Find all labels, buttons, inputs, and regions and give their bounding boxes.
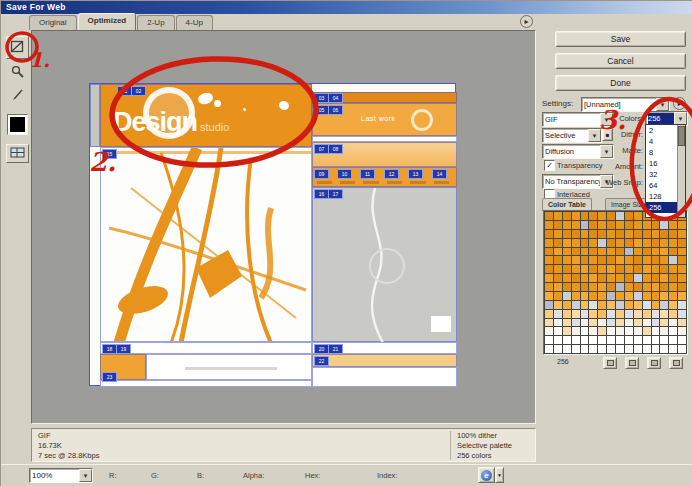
color-swatch-cell[interactable]	[678, 221, 686, 229]
color-swatch-cell[interactable]	[607, 310, 615, 318]
color-swatch-cell[interactable]	[634, 212, 642, 220]
color-swatch-cell[interactable]	[554, 336, 562, 344]
browser-select-arrow[interactable]: ▼	[495, 467, 504, 483]
colors-option-8[interactable]: 8	[646, 147, 680, 158]
color-swatch-cell[interactable]	[643, 292, 651, 300]
color-swatch-cell[interactable]	[660, 301, 668, 309]
color-swatch-cell[interactable]	[652, 265, 660, 273]
color-swatch-cell[interactable]	[616, 239, 624, 247]
color-swatch-cell[interactable]	[660, 283, 668, 291]
color-swatch-cell[interactable]	[669, 221, 677, 229]
color-swatch-cell[interactable]	[625, 345, 633, 353]
color-swatch-cell[interactable]	[652, 301, 660, 309]
color-swatch-cell[interactable]	[563, 283, 571, 291]
color-swatch-cell[interactable]	[669, 256, 677, 264]
color-swatch-cell[interactable]	[545, 327, 553, 335]
color-swatch-cell[interactable]	[669, 283, 677, 291]
color-swatch-cell[interactable]	[652, 345, 660, 353]
color-swatch-cell[interactable]	[634, 256, 642, 264]
color-swatch-cell[interactable]	[581, 301, 589, 309]
color-swatch-cell[interactable]	[598, 336, 606, 344]
color-swatch-cell[interactable]	[563, 212, 571, 220]
color-swatch-cell[interactable]	[545, 310, 553, 318]
color-swatch-cell[interactable]	[554, 221, 562, 229]
color-swatch-cell[interactable]	[545, 345, 553, 353]
color-swatch-cell[interactable]	[669, 274, 677, 282]
color-swatch-cell[interactable]	[678, 283, 686, 291]
color-swatch-cell[interactable]	[660, 256, 668, 264]
color-swatch-cell[interactable]	[616, 256, 624, 264]
color-swatch-cell[interactable]	[616, 221, 624, 229]
color-swatch-cell[interactable]	[616, 212, 624, 220]
color-swatch-cell[interactable]	[669, 239, 677, 247]
optimize-menu-button[interactable]: ▸	[673, 97, 686, 110]
color-swatch-cell[interactable]	[598, 301, 606, 309]
color-swatch-cell[interactable]	[545, 283, 553, 291]
color-swatch-cell[interactable]	[643, 345, 651, 353]
color-swatch-cell[interactable]	[545, 301, 553, 309]
color-swatch-cell[interactable]	[634, 336, 642, 344]
color-swatch-cell[interactable]	[572, 212, 580, 220]
color-swatch-cell[interactable]	[598, 327, 606, 335]
color-swatch-cell[interactable]	[616, 248, 624, 256]
color-swatch-cell[interactable]	[643, 274, 651, 282]
color-swatch-cell[interactable]	[581, 319, 589, 327]
slice-region[interactable]	[312, 354, 457, 367]
colors-option-32[interactable]: 32	[646, 169, 680, 180]
color-swatch-cell[interactable]	[643, 327, 651, 335]
color-swatch-cell[interactable]	[625, 239, 633, 247]
color-swatch-cell[interactable]	[652, 336, 660, 344]
palette-dropdown[interactable]: Selective ▼	[542, 128, 602, 143]
color-swatch-cell[interactable]	[678, 327, 686, 335]
color-swatch-cell[interactable]	[643, 319, 651, 327]
color-swatch-cell[interactable]	[607, 248, 615, 256]
color-swatch-cell[interactable]	[589, 345, 597, 353]
dropdown-scrollbar[interactable]	[677, 125, 685, 217]
color-swatch-cell[interactable]	[678, 336, 686, 344]
color-swatch-cell[interactable]	[545, 265, 553, 273]
color-swatch-cell[interactable]	[589, 310, 597, 318]
color-swatch-cell[interactable]	[625, 292, 633, 300]
color-swatch-cell[interactable]	[643, 230, 651, 238]
color-swatch-cell[interactable]	[572, 345, 580, 353]
color-swatch-cell[interactable]	[643, 256, 651, 264]
color-swatch-cell[interactable]	[598, 248, 606, 256]
color-swatch-cell[interactable]	[563, 256, 571, 264]
color-swatch-cell[interactable]	[572, 265, 580, 273]
color-swatch-cell[interactable]	[563, 239, 571, 247]
color-swatch-cell[interactable]	[572, 274, 580, 282]
color-swatch-cell[interactable]	[634, 327, 642, 335]
done-button[interactable]: Done	[555, 75, 686, 91]
color-swatch-cell[interactable]	[625, 319, 633, 327]
color-swatch-cell[interactable]	[545, 212, 553, 220]
color-swatch-cell[interactable]	[643, 310, 651, 318]
slice-region[interactable]	[100, 380, 312, 387]
colors-option-256[interactable]: 256	[646, 202, 680, 213]
slice-region[interactable]	[312, 367, 457, 387]
color-swatch-cell[interactable]	[598, 310, 606, 318]
color-swatch-cell[interactable]	[616, 283, 624, 291]
slice-region[interactable]	[146, 354, 312, 380]
color-swatch-cell[interactable]	[598, 345, 606, 353]
color-swatch-cell[interactable]	[660, 221, 668, 229]
color-swatch-cell[interactable]	[572, 230, 580, 238]
color-swatch-cell[interactable]	[660, 310, 668, 318]
color-swatch-cell[interactable]	[607, 230, 615, 238]
color-swatch-cell[interactable]	[554, 319, 562, 327]
color-swatch-cell[interactable]	[634, 301, 642, 309]
add-color-button[interactable]	[647, 357, 661, 369]
color-swatch-cell[interactable]	[563, 292, 571, 300]
tab-2-up[interactable]: 2-Up	[137, 15, 174, 30]
color-swatch-cell[interactable]	[581, 345, 589, 353]
color-swatch-cell[interactable]	[652, 274, 660, 282]
color-swatch-cell[interactable]	[607, 221, 615, 229]
color-swatch-cell[interactable]	[581, 230, 589, 238]
color-swatch-cell[interactable]	[563, 221, 571, 229]
color-swatch-cell[interactable]	[669, 265, 677, 273]
color-swatch-cell[interactable]	[652, 310, 660, 318]
colors-dropdown-list[interactable]: 248163264128256	[645, 124, 686, 218]
color-swatch-cell[interactable]	[607, 345, 615, 353]
colors-option-4[interactable]: 4	[646, 136, 680, 147]
color-swatch-cell[interactable]	[616, 327, 624, 335]
color-swatch-cell[interactable]	[660, 327, 668, 335]
